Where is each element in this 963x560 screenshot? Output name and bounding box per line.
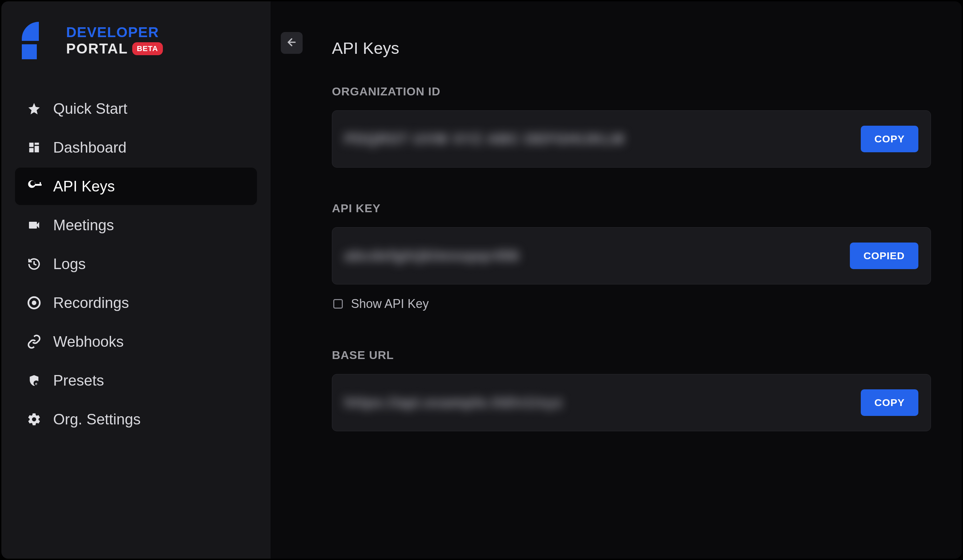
field-org-id: ORGANIZATION ID PDQRST UVW XYZ ABC DEFGH… — [332, 85, 931, 168]
base-url-label: BASE URL — [332, 348, 931, 362]
svg-rect-2 — [35, 143, 39, 145]
main-content: API Keys ORGANIZATION ID PDQRST UVW XYZ … — [271, 2, 961, 558]
logo-icon — [22, 22, 56, 59]
shield-icon: e — [27, 373, 42, 388]
field-api-key: API KEY abcdefghijklmnopqr456 COPIED Sho… — [332, 202, 931, 311]
sidebar-item-label: Presets — [53, 372, 104, 389]
copy-org-id-button[interactable]: COPY — [861, 126, 918, 152]
sidebar-item-webhooks[interactable]: Webhooks — [15, 323, 257, 360]
logo-text: DEVELOPER PORTAL BETA — [66, 24, 163, 57]
sidebar-item-recordings[interactable]: Recordings — [15, 284, 257, 322]
logo-block: DEVELOPER PORTAL BETA — [15, 22, 257, 59]
copy-api-key-button[interactable]: COPIED — [850, 243, 918, 269]
logo-line2: PORTAL — [66, 40, 128, 57]
sidebar-item-label: Quick Start — [53, 100, 128, 117]
svg-text:e: e — [35, 382, 37, 385]
record-icon — [27, 295, 42, 310]
sidebar-item-label: Logs — [53, 256, 86, 272]
svg-rect-3 — [35, 146, 39, 152]
svg-point-6 — [32, 301, 36, 305]
arrow-left-icon — [286, 36, 297, 49]
sidebar-item-api-keys[interactable]: API Keys — [15, 168, 257, 205]
link-icon — [27, 334, 42, 349]
svg-rect-4 — [29, 148, 34, 152]
api-key-label: API KEY — [332, 202, 931, 215]
sidebar-item-label: Dashboard — [53, 139, 126, 156]
back-button[interactable] — [281, 32, 303, 54]
svg-rect-1 — [29, 143, 34, 147]
history-icon — [27, 256, 42, 272]
copy-base-url-button[interactable]: COPY — [861, 389, 918, 416]
api-key-box: abcdefghijklmnopqr456 COPIED — [332, 227, 931, 285]
beta-badge: BETA — [132, 42, 163, 55]
sidebar-item-label: Org. Settings — [53, 411, 141, 428]
field-base-url: BASE URL https://api.example.tld/v1/xyz … — [332, 348, 931, 431]
show-api-key-label: Show API Key — [351, 297, 429, 311]
sidebar-item-label: API Keys — [53, 178, 115, 195]
checkbox-icon — [333, 299, 343, 309]
base-url-box: https://api.example.tld/v1/xyz COPY — [332, 374, 931, 431]
base-url-value: https://api.example.tld/v1/xyz — [345, 395, 563, 411]
svg-rect-0 — [22, 44, 37, 59]
app-shell: DEVELOPER PORTAL BETA Quick Start Dashbo… — [0, 0, 963, 560]
sidebar-item-label: Webhooks — [53, 333, 124, 350]
video-icon — [27, 218, 42, 233]
page-title: API Keys — [332, 39, 931, 58]
show-api-key-checkbox[interactable]: Show API Key — [332, 297, 931, 311]
org-id-box: PDQRST UVW XYZ ABC DEFGHIJKLM COPY — [332, 110, 931, 168]
star-icon — [27, 101, 42, 116]
sidebar-item-org-settings[interactable]: Org. Settings — [15, 401, 257, 438]
api-key-value: abcdefghijklmnopqr456 — [345, 248, 519, 264]
key-icon — [27, 179, 42, 194]
logo-line1: DEVELOPER — [66, 24, 163, 40]
sidebar-item-logs[interactable]: Logs — [15, 245, 257, 283]
org-id-value: PDQRST UVW XYZ ABC DEFGHIJKLM — [345, 131, 625, 147]
dashboard-icon — [27, 140, 42, 155]
nav-list: Quick Start Dashboard API Keys Meetings — [15, 90, 257, 438]
sidebar-item-meetings[interactable]: Meetings — [15, 206, 257, 244]
sidebar-item-presets[interactable]: e Presets — [15, 362, 257, 399]
sidebar-item-dashboard[interactable]: Dashboard — [15, 129, 257, 166]
sidebar-item-label: Recordings — [53, 294, 129, 311]
gear-icon — [27, 412, 42, 427]
sidebar-item-quick-start[interactable]: Quick Start — [15, 90, 257, 128]
sidebar: DEVELOPER PORTAL BETA Quick Start Dashbo… — [2, 2, 271, 558]
org-id-label: ORGANIZATION ID — [332, 85, 931, 98]
sidebar-item-label: Meetings — [53, 217, 114, 234]
